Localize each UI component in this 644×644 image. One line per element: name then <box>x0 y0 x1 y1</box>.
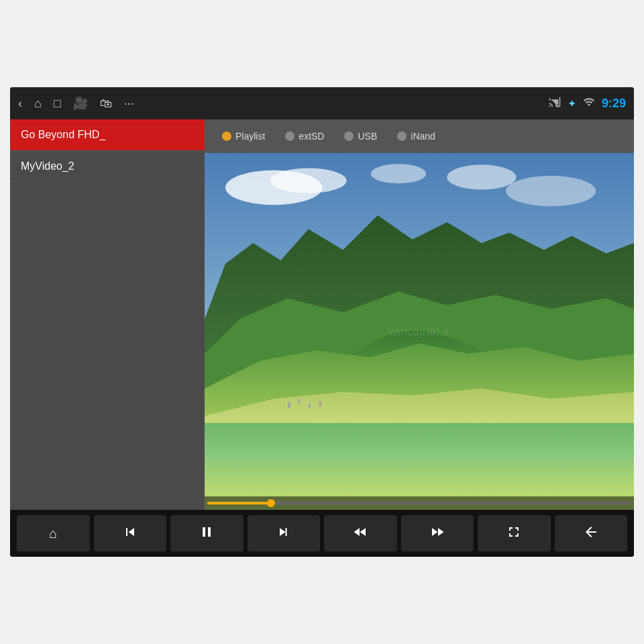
clock: 9:29 <box>602 97 626 111</box>
home-icon[interactable]: ⌂ <box>34 97 42 111</box>
source-tab-extsd[interactable]: extSD <box>278 128 331 144</box>
playlist-panel: Go Beyond FHD_ MyVideo_2 <box>10 119 205 510</box>
controls-bar: ⌂ <box>10 510 634 557</box>
source-label-inand: iNand <box>411 131 435 142</box>
cast-icon <box>549 96 561 111</box>
next-button[interactable] <box>248 515 321 551</box>
wifi-icon <box>583 96 595 111</box>
back-icon[interactable]: ‹ <box>18 97 22 111</box>
progress-bar[interactable] <box>205 496 634 510</box>
fullscreen-button[interactable] <box>478 515 551 551</box>
camera-icon[interactable]: 🎥 <box>73 96 88 111</box>
source-tab-playlist[interactable]: Playlist <box>215 128 272 144</box>
video-area: wincairan.ir <box>205 153 634 510</box>
svg-rect-8 <box>309 404 311 408</box>
source-label-playlist: Playlist <box>235 131 265 142</box>
rewind-icon <box>352 524 368 543</box>
status-right: ✦ 9:29 <box>549 96 626 111</box>
home-ctrl-icon: ⌂ <box>49 526 57 541</box>
nav-icons: ‹ ⌂ □ 🎥 🛍 ··· <box>18 96 549 111</box>
landscape-svg <box>205 153 634 423</box>
fullscreen-icon <box>506 524 522 543</box>
source-label-usb: USB <box>358 131 377 142</box>
source-tab-usb[interactable]: USB <box>337 128 384 144</box>
pause-icon <box>199 524 215 543</box>
source-dot-playlist <box>222 131 231 141</box>
bag-icon[interactable]: 🛍 <box>100 97 112 111</box>
next-icon <box>276 524 292 543</box>
source-label-extsd: extSD <box>299 131 324 142</box>
svg-rect-9 <box>319 401 321 407</box>
source-dot-usb <box>344 131 354 141</box>
svg-rect-6 <box>288 402 290 408</box>
back-ctrl-button[interactable] <box>555 515 628 551</box>
source-dot-extsd <box>285 131 294 141</box>
playlist-item-0[interactable]: Go Beyond FHD_ <box>10 119 205 151</box>
forward-button[interactable] <box>401 515 474 551</box>
svg-point-2 <box>270 168 347 193</box>
pause-button[interactable] <box>170 515 244 551</box>
forward-icon <box>429 524 445 543</box>
prev-icon <box>122 524 138 543</box>
source-dot-inand <box>397 131 407 141</box>
svg-point-3 <box>447 165 516 190</box>
main-content: Go Beyond FHD_ MyVideo_2 Playlist extSD … <box>10 119 634 510</box>
progress-thumb <box>267 499 275 507</box>
svg-point-5 <box>371 164 427 184</box>
prev-button[interactable] <box>94 515 167 551</box>
svg-rect-7 <box>298 398 300 403</box>
rewind-button[interactable] <box>324 515 397 551</box>
progress-track[interactable] <box>207 502 631 504</box>
recents-icon[interactable]: □ <box>54 97 61 111</box>
playlist-item-1[interactable]: MyVideo_2 <box>10 151 205 182</box>
home-button[interactable]: ⌂ <box>17 515 90 551</box>
source-tab-inand[interactable]: iNand <box>390 128 442 144</box>
bluetooth-icon: ✦ <box>568 97 576 110</box>
progress-fill <box>207 502 271 504</box>
device-frame: ‹ ⌂ □ 🎥 🛍 ··· ✦ 9:29 Go Beyo <box>10 87 634 557</box>
back-ctrl-icon <box>583 524 599 543</box>
video-frame: wincairan.ir <box>205 153 634 510</box>
status-bar: ‹ ⌂ □ 🎥 🛍 ··· ✦ 9:29 <box>10 87 634 119</box>
source-tabs: Playlist extSD USB iNand <box>205 119 634 153</box>
right-panel: Playlist extSD USB iNand <box>205 119 634 510</box>
svg-point-4 <box>506 176 596 206</box>
dots-icon: ··· <box>124 97 134 111</box>
